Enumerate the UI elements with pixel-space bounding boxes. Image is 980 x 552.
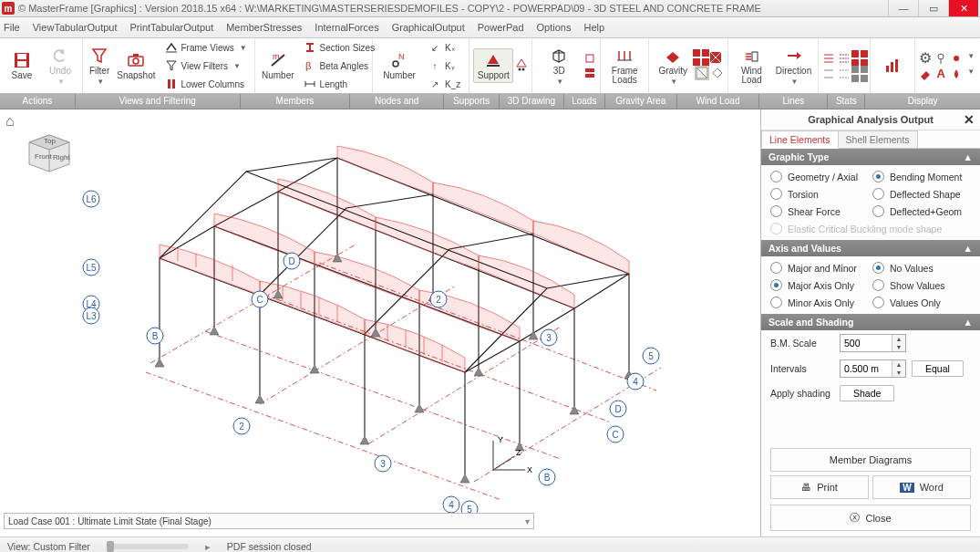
section-axis-values[interactable]: Axis and Values▲ (761, 240, 980, 256)
radio-values-only[interactable]: Values Only (872, 297, 971, 308)
svg-rect-48 (891, 62, 893, 72)
support-option-button[interactable] (515, 57, 528, 75)
word-button[interactable]: WWord (872, 475, 971, 499)
lines-icon[interactable] (853, 68, 866, 80)
tab-shell-elements[interactable]: Shell Elements (838, 130, 918, 148)
grav-opt-icon[interactable] (695, 66, 709, 80)
radio-major-only[interactable]: Major Axis Only (770, 279, 869, 291)
minimize-button[interactable]: — (888, 0, 918, 16)
undo-button[interactable]: Undo▼ (42, 44, 78, 89)
maximize-button[interactable]: ▭ (918, 0, 948, 16)
lines-icon[interactable] (853, 52, 866, 65)
display-dropdown-2[interactable]: ▼ (967, 68, 975, 80)
print-button[interactable]: 🖶Print (770, 475, 869, 499)
view-filters-button[interactable]: View Filters▼ (160, 57, 252, 75)
arrow-z-icon: ↗ (428, 78, 441, 90)
display-dropdown[interactable]: ▼ (967, 52, 975, 65)
text-icon[interactable]: A (934, 68, 947, 80)
section-scale-shading[interactable]: Scale and Shading▲ (761, 314, 980, 330)
intervals-input[interactable]: ▲▼ (840, 359, 906, 378)
direction-button[interactable]: Direction▼ (773, 44, 814, 89)
fill-icon[interactable] (919, 68, 932, 80)
window-close-button[interactable]: ✕ (948, 0, 978, 16)
menu-item[interactable]: MemberStresses (226, 22, 302, 33)
menu-item[interactable]: PrintTabularOutput (129, 22, 213, 33)
member-number-button[interactable]: m Number (259, 48, 297, 83)
menu-item[interactable]: PowerPad (478, 22, 524, 33)
frame-loads-button[interactable]: Frame Loads (604, 44, 645, 88)
tab-line-elements[interactable]: Line Elements (761, 130, 839, 149)
printer-icon: 🖶 (801, 482, 811, 493)
gear-icon[interactable]: ⚙ (919, 52, 932, 65)
grav-opt-icon[interactable] (711, 66, 724, 78)
camera-icon (127, 51, 145, 69)
grav-opt-icon[interactable] (695, 51, 707, 64)
shade-button[interactable]: Shade (840, 385, 894, 401)
slider-arrow-icon[interactable]: ▸ (205, 541, 211, 552)
beta-angles-button[interactable]: βBeta Angles (299, 57, 380, 75)
radio-deflected-shape[interactable]: Deflected Shape (872, 188, 971, 200)
ky-button[interactable]: ↑Kᵧ (424, 57, 465, 75)
radio-geometry-axial[interactable]: Geometry / Axial (770, 171, 869, 182)
3d-opt1-icon[interactable] (583, 52, 596, 65)
equal-button[interactable]: Equal (912, 360, 964, 377)
radio-major-minor[interactable]: Major and Minor (770, 262, 869, 274)
close-button[interactable]: ⓧClose (770, 505, 971, 531)
gravity-button[interactable]: Gravity▼ (653, 44, 693, 89)
frame-views-button[interactable]: Frame Views▼ (160, 38, 252, 57)
length-button[interactable]: Length (299, 75, 380, 93)
radio-deflected-geom[interactable]: Deflected+Geom (872, 205, 971, 217)
pin-icon[interactable] (934, 52, 947, 65)
3d-button[interactable]: 3D▼ (536, 44, 582, 89)
lines-icon[interactable] (822, 68, 835, 80)
kx-button[interactable]: ↙Kₓ (424, 38, 465, 57)
wind-load-button[interactable]: Wind Load (732, 44, 771, 88)
radio-bending-moment[interactable]: Bending Moment (872, 171, 971, 182)
drop-icon[interactable] (950, 68, 963, 80)
lines-icon[interactable] (822, 52, 835, 65)
apply-shading-label: Apply shading (770, 388, 834, 399)
3d-opt2-icon[interactable] (583, 67, 596, 79)
radio-no-values[interactable]: No Values (872, 262, 971, 274)
svg-text:2: 2 (239, 422, 244, 432)
dot-icon[interactable] (950, 52, 963, 65)
svg-text:D: D (288, 256, 294, 266)
home-icon[interactable]: ⌂ (5, 113, 15, 130)
menu-item[interactable]: GraphicalOutput (392, 22, 465, 33)
svg-text:3: 3 (546, 333, 552, 343)
radio-show-values[interactable]: Show Values (872, 279, 971, 291)
lines-icon[interactable] (838, 52, 851, 65)
stats-button[interactable] (874, 54, 911, 78)
menu-item[interactable]: Help (583, 22, 604, 33)
section-sizes-button[interactable]: Section Sizes (299, 38, 380, 57)
lines-icon[interactable] (838, 68, 851, 80)
save-button[interactable]: Save (4, 48, 40, 83)
zoom-slider[interactable] (107, 544, 189, 549)
support-button[interactable]: Support (473, 48, 513, 83)
filter-button[interactable]: Filter▼ (87, 44, 112, 89)
loadcase-bar[interactable]: Load Case 001 : Ultimate Limit State (Fi… (4, 513, 534, 529)
section-graphic-type[interactable]: Graphic Type▲ (761, 149, 980, 165)
svg-text:L6: L6 (86, 194, 97, 204)
radio-minor-only[interactable]: Minor Axis Only (770, 297, 869, 308)
node-number-button[interactable]: N Number (377, 48, 422, 83)
lower-columns-button[interactable]: Lower Columns (160, 75, 252, 93)
grav-opt-icon[interactable] (709, 51, 722, 64)
frame-loads-icon (615, 47, 634, 65)
menu-item[interactable]: File (4, 22, 20, 33)
panel-close-icon[interactable]: ✕ (964, 112, 975, 127)
menu-item[interactable]: ViewTabularOutput (33, 22, 118, 33)
radio-shear-force[interactable]: Shear Force (770, 205, 869, 217)
snapshot-button[interactable]: Snapshot (114, 48, 158, 83)
menu-item[interactable]: InternalForces (315, 22, 378, 33)
kz-button[interactable]: ↗K_z (424, 75, 465, 93)
svg-text:Y: Y (498, 435, 503, 444)
menu-item[interactable]: Options (537, 22, 572, 33)
svg-text:Top: Top (44, 137, 56, 145)
member-diagrams-button[interactable]: Member Diagrams (770, 448, 971, 472)
3d-viewport[interactable]: ⌂ Front Right Top (0, 109, 760, 536)
section-icon (304, 41, 316, 54)
bmscale-input[interactable]: ▲▼ (840, 334, 906, 352)
svg-text:4: 4 (449, 500, 454, 510)
radio-torsion[interactable]: Torsion (770, 188, 869, 200)
